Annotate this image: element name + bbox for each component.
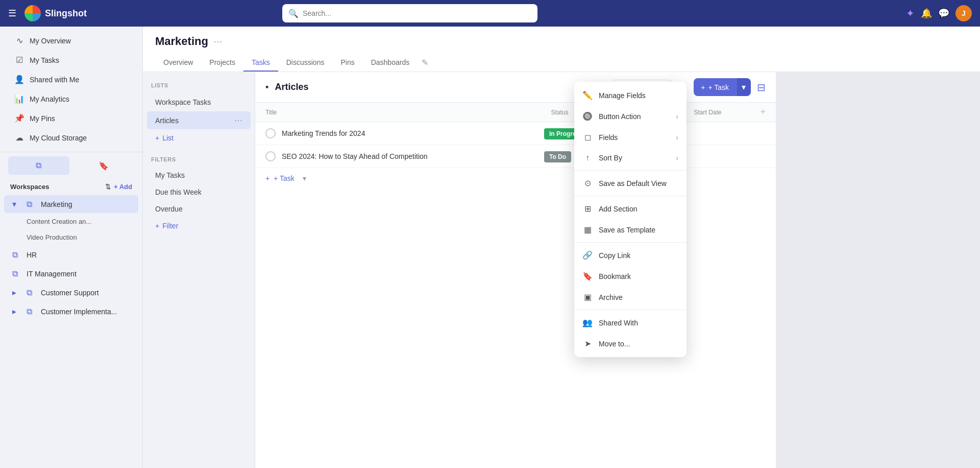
add-task-split-button[interactable]: + + Task ▾ [694,78,751,96]
add-filter-button[interactable]: + Filter [147,218,251,234]
dropdown-item-label: Move to... [599,340,678,348]
dropdown-item-fields[interactable]: ◻ Fields › [574,127,687,148]
table-row[interactable]: SEO 2024: How to Stay Ahead of Competiti… [255,145,776,168]
bell-icon[interactable]: 🔔 [921,8,932,19]
workspaces-actions: ⇅ + Add [105,183,132,191]
sidebar-item-my-tasks[interactable]: ☑ My Tasks [4,51,138,69]
table-row[interactable]: Marketing Trends for 2024 In Progress Me… [255,122,776,145]
tab-overview[interactable]: Overview [155,54,201,72]
workspace-item-hr[interactable]: ⧉ HR ⋯ [4,246,138,264]
search-input[interactable] [303,9,531,17]
tasks-main: ▪ Articles ▦ View T List ▾ ⋯ + + Task [255,72,776,468]
dropdown-item-label: Button Action [599,112,670,121]
add-task-row[interactable]: + + Task ▾ [255,168,776,189]
sidebar-tab-bookmark[interactable]: 🔖 [74,156,135,175]
sidebar-item-label: My Pins [30,114,55,123]
list-item-more-icon[interactable]: ⋯ [234,115,242,125]
hamburger-icon[interactable]: ☰ [8,8,16,19]
workspace-item-customer-support[interactable]: ▸ ⧉ Customer Support ⋯ [4,284,138,301]
add-list-button[interactable]: + List [147,130,251,146]
sort-icon[interactable]: ⇅ [105,183,111,191]
logo-area[interactable]: Slingshot [24,5,87,21]
list-item-label: Articles [155,116,179,125]
dropdown-item-copy-link[interactable]: 🔗 Copy Link [574,245,687,266]
tab-dashboards[interactable]: Dashboards [363,54,418,72]
analytics-icon: 📊 [14,94,24,104]
plus-icon: + [701,83,705,91]
chevron-down-icon[interactable]: ▾ [303,174,306,182]
layers-icon: ⧉ [36,161,41,170]
shared-with-icon: 👥 [582,318,593,327]
plus-icon: + [265,174,270,182]
task-checkbox[interactable] [265,151,276,161]
dropdown-item-label: Save as Template [599,226,678,234]
sidebar-item-my-overview[interactable]: ∿ My Overview [4,31,138,50]
filter-icon[interactable]: ⊟ [757,81,766,93]
list-item-articles[interactable]: Articles ⋯ [147,111,251,129]
tab-pins[interactable]: Pins [332,54,362,72]
workspace-item-customer-implementa[interactable]: ▸ ⧉ Customer Implementa... ⋯ [4,302,138,320]
add-workspace-button[interactable]: + Add [114,183,132,191]
workspace-stack-icon-hr: ⧉ [12,250,22,260]
chat-icon[interactable]: 💬 [938,8,949,19]
overview-icon: ∿ [14,36,24,45]
tab-tasks[interactable]: Tasks [243,54,278,72]
filters-section: FILTERS My Tasks Due this Week Overdue +… [143,154,255,234]
dropdown-item-archive[interactable]: ▣ Archive [574,287,687,308]
workspace-child-video-production[interactable]: Video Production ⋯ [4,230,138,245]
list-item-workspace-tasks[interactable]: Workspace Tasks ⋯ [147,93,251,111]
lists-section-title: LISTS [143,80,255,92]
dropdown-item-label: Fields [599,133,670,142]
plus-icon: + [155,134,159,142]
dropdown-divider [574,170,687,171]
task-checkbox[interactable] [265,128,276,138]
workspace-name-it: IT Management [27,270,118,278]
workspace-item-it-management[interactable]: ⧉ IT Management ⋯ [4,265,138,283]
tasks-icon: ☑ [14,55,24,65]
add-task-main[interactable]: + + Task [694,78,736,96]
workspaces-label: Workspaces [10,183,105,191]
sidebar-item-shared-with-me[interactable]: 👤 Shared with Me [4,70,138,89]
dropdown-item-label: Bookmark [599,272,678,280]
page-more-icon[interactable]: ⋯ [213,36,223,47]
sidebar-tab-layers[interactable]: ⧉ [8,156,69,175]
dropdown-item-sort-by[interactable]: ↑ Sort By › [574,148,687,168]
sidebar-bottom-tabs: ⧉ 🔖 [0,152,142,179]
filter-item-overdue[interactable]: Overdue [147,201,251,217]
workspaces-header: Workspaces ⇅ + Add [0,179,142,195]
workspace-name-marketing: Marketing [41,200,118,208]
tab-discussions[interactable]: Discussions [278,54,333,72]
add-task-dropdown[interactable]: ▾ [736,78,751,96]
workspace-child-content-creation[interactable]: Content Creation an... ⋯ [4,214,138,229]
filter-item-due-this-week[interactable]: Due this Week [147,184,251,200]
sidebar-item-my-pins[interactable]: 📌 My Pins [4,109,138,128]
filter-label: My Tasks [155,171,185,179]
dropdown-item-add-section[interactable]: ⊞ Add Section [574,198,687,219]
add-column-icon[interactable]: + [760,107,766,118]
workspace-item-marketing[interactable]: ▾ ⧉ Marketing ⋯ [4,195,138,213]
template-icon: ▦ [582,225,593,235]
dropdown-item-save-default-view[interactable]: ⊙ Save as Default View [574,173,687,194]
slingshot-logo [24,5,41,21]
sparkle-icon[interactable]: ✦ [906,7,915,19]
workspace-stack-icon: ⧉ [27,200,37,209]
archive-icon: ▣ [582,292,593,302]
dropdown-item-button-action[interactable]: 🔘 Button Action › [574,106,687,127]
dropdown-item-move-to[interactable]: ➤ Move to... [574,333,687,354]
shared-icon: 👤 [14,75,24,84]
sidebar-item-my-analytics[interactable]: 📊 My Analytics [4,89,138,108]
tab-projects[interactable]: Projects [201,54,243,72]
button-action-icon: 🔘 [582,111,593,121]
edit-icon[interactable]: ✎ [422,58,428,72]
search-bar[interactable]: 🔍 [282,4,537,22]
dropdown-item-bookmark[interactable]: 🔖 Bookmark [574,266,687,287]
dropdown-item-save-as-template[interactable]: ▦ Save as Template [574,219,687,240]
dropdown-item-manage-fields[interactable]: ✏️ Manage Fields [574,85,687,106]
sidebar-item-label: My Tasks [30,56,59,64]
task-view: LISTS Workspace Tasks ⋯ Articles ⋯ + Lis… [143,72,980,468]
avatar[interactable]: J [955,5,972,21]
filter-item-my-tasks[interactable]: My Tasks [147,167,251,183]
add-task-label: + Task [708,83,729,91]
dropdown-item-shared-with[interactable]: 👥 Shared With [574,312,687,333]
sidebar-item-my-cloud-storage[interactable]: ☁ My Cloud Storage [4,128,138,147]
